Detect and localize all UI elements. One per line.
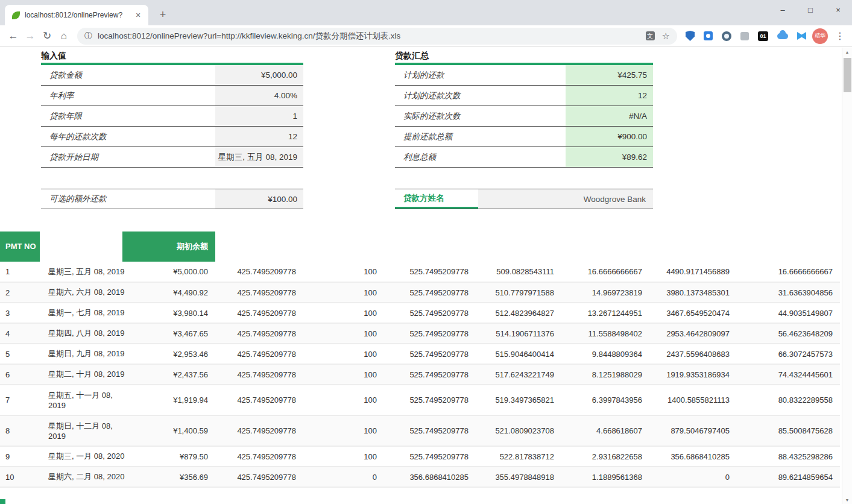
amort-cell: 1 — [0, 262, 40, 282]
amort-cell: 425.7495209778 — [215, 303, 303, 323]
amort-cell: 44.9035149807 — [737, 303, 840, 323]
amort-cell: ¥1,919.94 — [122, 385, 215, 415]
amort-cell: 74.4324445601 — [737, 364, 840, 385]
summary-row: 提前还款总额¥900.00 — [395, 127, 653, 147]
amort-cell: 4490.9171456889 — [649, 262, 737, 282]
extra-payment-label: 可选的额外还款 — [41, 189, 215, 209]
amort-cell: 879.5046797405 — [649, 415, 737, 446]
scroll-up-button[interactable]: ▲ — [842, 48, 852, 56]
profile-avatar[interactable]: 精华 — [812, 28, 828, 44]
amort-cell: 星期六, 六月 08, 2019 — [40, 282, 122, 303]
amort-cell: 425.7495209778 — [215, 344, 303, 364]
window-minimize-button[interactable]: – — [769, 0, 797, 20]
summary-value: ¥900.00 — [566, 127, 653, 146]
summary-rows: 计划的还款¥425.75计划的还款次数12实际的还款次数#N/A提前还款总额¥9… — [395, 65, 653, 168]
amort-cell: 425.7495209778 — [215, 262, 303, 282]
amort-header-5: 还款总额 — [384, 232, 476, 262]
summary-section: 贷款汇总 计划的还款¥425.75计划的还款次数12实际的还款次数#N/A提前还… — [395, 49, 653, 168]
page-info-icon[interactable]: ⓘ — [84, 31, 92, 42]
back-button[interactable]: ← — [5, 28, 22, 45]
input-label: 贷款年限 — [41, 106, 215, 126]
browser-menu-icon[interactable]: ⋮ — [833, 30, 847, 42]
amort-cell: 4 — [0, 323, 40, 344]
amort-cell: ¥3,980.14 — [122, 303, 215, 323]
input-section-title: 输入值 — [41, 49, 303, 65]
gray-extension-icon[interactable] — [740, 32, 749, 40]
amort-cell: 星期日, 十二月 08, 2019 — [40, 415, 122, 446]
summary-value: ¥425.75 — [566, 65, 653, 85]
input-row: 贷款金额¥5,000.00 — [41, 65, 303, 86]
bookmark-star-icon[interactable]: ☆ — [662, 31, 670, 42]
amort-cell: 2 — [0, 282, 40, 303]
browser-tab[interactable]: localhost:8012/onlinePreview? × — [5, 5, 148, 25]
url-bar[interactable]: ⓘ localhost:8012/onlinePreview?url=http:… — [77, 28, 677, 45]
amort-cell: 525.7495209778 — [384, 262, 476, 282]
amort-cell: 100 — [303, 446, 384, 467]
home-button[interactable]: ⌂ — [55, 28, 72, 45]
input-row: 年利率4.00% — [41, 86, 303, 106]
new-tab-button[interactable]: + — [154, 6, 171, 23]
translate-icon[interactable]: 文 — [646, 31, 655, 40]
amort-cell: 522.817838712 — [476, 446, 561, 467]
amort-cell: ¥2,437.56 — [122, 364, 215, 385]
shield-extension-icon[interactable] — [686, 31, 695, 41]
amort-cell: 3980.1373485301 — [649, 282, 737, 303]
amort-row: 1星期三, 五月 08, 2019¥5,000.00425.7495209778… — [0, 262, 840, 282]
tab-title: localhost:8012/onlinePreview? — [25, 11, 133, 19]
amort-cell: 6.3997843956 — [561, 385, 649, 415]
amort-cell: 3467.6549520474 — [649, 303, 737, 323]
amort-cell: 66.3072457573 — [737, 344, 840, 364]
amort-cell: 100 — [303, 262, 384, 282]
input-label: 每年的还款次数 — [41, 127, 215, 146]
amort-cell: 515.9046400414 — [476, 344, 561, 364]
url-text[interactable]: localhost:8012/onlinePreview?url=http://… — [98, 31, 640, 42]
amort-row: 3星期一, 七月 08, 2019¥3,980.14425.7495209778… — [0, 303, 840, 323]
summary-value: 12 — [566, 86, 653, 106]
amort-row: 6星期二, 十月 08, 2019¥2,437.56425.7495209778… — [0, 364, 840, 385]
amort-cell: 星期四, 八月 08, 2019 — [40, 323, 122, 344]
amort-cell: 星期三, 五月 08, 2019 — [40, 262, 122, 282]
vertical-scrollbar[interactable]: ▲ ▼ — [842, 48, 852, 504]
amort-header-6: 本金 — [476, 232, 561, 262]
reload-button[interactable]: ↻ — [39, 28, 55, 45]
amort-row: 7星期五, 十一月 08, 2019¥1,919.94425.749520977… — [0, 385, 840, 415]
input-value: ¥5,000.00 — [215, 65, 303, 85]
amort-cell: 525.7495209778 — [384, 446, 476, 467]
input-section: 输入值 贷款金额¥5,000.00年利率4.00%贷款年限1每年的还款次数12贷… — [41, 49, 303, 168]
amort-cell: 1919.9353186934 — [649, 364, 737, 385]
amort-cell: 525.7495209778 — [384, 282, 476, 303]
lender-label: 贷款方姓名 — [395, 189, 478, 209]
amort-cell: 8.1251988029 — [561, 364, 649, 385]
amort-row: 4星期四, 八月 08, 2019¥3,467.65425.7495209778… — [0, 323, 840, 344]
input-label: 贷款开始日期 — [41, 147, 215, 167]
amort-header-0: PMT NO — [0, 232, 40, 262]
amort-cell: 356.6868410285 — [649, 446, 737, 467]
cloud-extension-icon[interactable] — [777, 33, 788, 39]
amort-cell: 525.7495209778 — [384, 364, 476, 385]
ring-extension-icon[interactable] — [722, 31, 731, 41]
window-maximize-button[interactable]: □ — [797, 0, 824, 20]
summary-value: ¥89.62 — [566, 147, 653, 167]
window-close-button[interactable]: × — [824, 0, 852, 20]
amort-cell: 31.6363904856 — [737, 282, 840, 303]
amort-cell: 5 — [0, 344, 40, 364]
badge-extension-icon[interactable]: 01 — [758, 31, 768, 41]
butterfly-extension-icon[interactable] — [797, 32, 806, 40]
scrollbar-thumb[interactable] — [844, 58, 851, 92]
amort-cell: 425.7495209778 — [215, 323, 303, 344]
scroll-down-button[interactable]: ▼ — [842, 496, 852, 504]
amort-cell: 100 — [303, 364, 384, 385]
amortization-table: PMT NO还款日期期初余额计划的还款额外还款还款总额本金利息期末余额累积利息 … — [0, 232, 840, 488]
summary-row: 实际的还款次数#N/A — [395, 106, 653, 127]
summary-row: 利息总额¥89.62 — [395, 147, 653, 168]
amort-cell: 1400.5855821113 — [649, 385, 737, 415]
amort-cell: ¥4,490.92 — [122, 282, 215, 303]
lender-value: Woodgrove Bank — [478, 189, 653, 209]
amort-cell: ¥3,467.65 — [122, 323, 215, 344]
tab-close-icon[interactable]: × — [133, 10, 144, 20]
amort-cell: 525.7495209778 — [384, 303, 476, 323]
amort-cell: 16.6666666667 — [737, 262, 840, 282]
blue-square-extension-icon[interactable] — [704, 31, 713, 40]
amort-cell: 89.6214859654 — [737, 467, 840, 487]
amort-cell: 510.7797971588 — [476, 282, 561, 303]
